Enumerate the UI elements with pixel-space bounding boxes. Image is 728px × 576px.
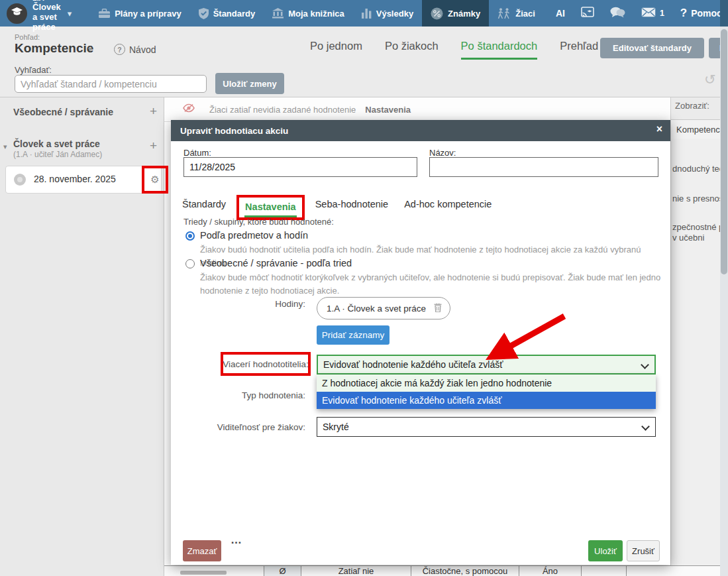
view-tabs: Po jednom Po žiakoch Po štandardoch Preh…: [310, 40, 598, 60]
radio-by-subjects[interactable]: [185, 231, 195, 241]
question-mark-icon: ?: [680, 7, 687, 20]
undo-icon[interactable]: ↺: [704, 72, 716, 87]
cancel-button[interactable]: Zrušiť: [627, 540, 660, 561]
app-logo[interactable]: [7, 3, 27, 24]
multi-evaluators-value: Evidovať hodnotenie každého učiteľa zvlá…: [323, 359, 503, 370]
sidebar: Všeobecné / správanie + ▾ Človek a svet …: [0, 97, 164, 576]
assessment-date-item[interactable]: 28. november. 2025 ⚙: [5, 166, 162, 194]
chat-icon: [610, 7, 625, 21]
chevron-down-icon: [641, 361, 649, 369]
shield-icon: [199, 8, 209, 19]
standard-fragment: v učebni: [672, 233, 704, 243]
visibility-select[interactable]: Skryté: [317, 417, 656, 437]
visibility-notice: Žiaci zatiaľ nevidia zadané hodnotenie N…: [164, 97, 670, 122]
multi-evaluators-label: Viacerí hodnototitelia:: [223, 359, 309, 369]
table-cell-average: Ø: [264, 566, 301, 576]
trash-icon[interactable]: [434, 303, 442, 314]
right-column: Zobraziť: Kompetencie dnoduchý techn nie…: [670, 97, 721, 576]
visibility-value: Skryté: [323, 422, 349, 432]
save-button[interactable]: Uložiť: [588, 540, 623, 561]
view-selector[interactable]: Kompetencie: [15, 41, 93, 56]
bar-chart-icon: [362, 9, 372, 19]
gear-icon[interactable]: ⚙: [150, 174, 159, 186]
nav-item-plany[interactable]: Plány a prípravy: [90, 0, 189, 27]
search-input[interactable]: [15, 75, 207, 93]
tab-prehlad[interactable]: Prehľad: [560, 40, 598, 60]
delete-button[interactable]: Zmazať: [183, 540, 221, 561]
save-changes-button[interactable]: Uložiť zmeny: [215, 73, 284, 94]
scrollbar-thumb[interactable]: [721, 29, 727, 274]
close-icon[interactable]: ×: [656, 123, 662, 135]
cast-button[interactable]: [573, 0, 602, 27]
modal-tab-nastavenia[interactable]: Nastavenia: [244, 199, 297, 217]
briefcase-icon: [99, 9, 110, 19]
radio-general-classes-label[interactable]: Všeobecné / správanie - podľa tried: [200, 258, 352, 268]
view-label: Pohľad:: [15, 33, 40, 41]
nav-label: Štandardy: [213, 9, 256, 19]
page-header: Pohľad: Kompetencie ▾ ? Návod Po jednom …: [0, 27, 728, 97]
nav-item-standardy[interactable]: Štandardy: [190, 0, 264, 27]
topbar-right: AI 1 ? Pomoc: [548, 0, 728, 27]
annotation-box-multi-evaluators: Viacerí hodnototitelia:: [221, 352, 311, 376]
multi-evaluators-select[interactable]: Evidovať hodnotenie každého učiteľa zvlá…: [317, 355, 656, 374]
assessment-date-label: 28. november. 2025: [34, 174, 116, 184]
page: 1.A Človek a svet práce ▾ Plány a prípra…: [0, 0, 728, 576]
chevron-down-icon[interactable]: ▾: [3, 143, 7, 151]
mail-icon: [641, 7, 656, 19]
chevron-down-icon[interactable]: ▾: [88, 44, 92, 54]
radio-general-classes[interactable]: [185, 259, 195, 268]
nav-item-znamky[interactable]: Známky: [422, 0, 489, 27]
nav-item-vysledky[interactable]: Výsledky: [353, 0, 422, 27]
date-label: Dátum:: [183, 148, 211, 158]
radio-general-classes-desc: Žiakov bude môcť hodnotiť ktorýkoľvek z …: [200, 271, 665, 298]
sidebar-section-vseobecne[interactable]: Všeobecné / správanie: [13, 107, 113, 117]
nav-label: Moja knižnica: [288, 9, 344, 19]
help-circle-icon: ?: [114, 44, 125, 55]
class-subject-selector[interactable]: 1.A Človek a svet práce ▾: [32, 0, 72, 32]
table-cell-zatial-nie: Zatiaľ nie: [301, 566, 411, 576]
guide-link[interactable]: ? Návod: [114, 44, 156, 55]
modal-footer: Zmazať … Uložiť Zrušiť: [171, 532, 670, 565]
notice-text: Žiaci zatiaľ nevidia zadané hodnotenie: [209, 105, 356, 115]
date-input[interactable]: [183, 157, 417, 177]
multi-evaluators-dropdown: Z hodnotiacej akcie má každý žiak len je…: [317, 374, 656, 409]
mail-button[interactable]: 1: [633, 0, 672, 27]
eye-slash-icon: [183, 103, 195, 115]
clipped-text: [180, 571, 227, 575]
dropdown-option-per-teacher[interactable]: Evidovať hodnotenie každého učiteľa zvlá…: [317, 392, 656, 409]
sidebar-section-sub: (1.A · učiteľ Ján Adamec): [13, 150, 102, 159]
right-tab-kompetencie[interactable]: Kompetencie: [671, 119, 726, 139]
more-options-button[interactable]: …: [231, 534, 242, 547]
sidebar-section-clovek[interactable]: Človek a svet práce: [13, 139, 100, 149]
topbar-scroll-cap: [720, 0, 728, 27]
modal-tab-adhoc[interactable]: Ad-hoc kompetencie: [404, 195, 492, 213]
add-section-button[interactable]: +: [150, 104, 157, 119]
hours-label: Hodiny:: [183, 299, 305, 309]
name-label: Názov:: [429, 148, 456, 158]
tab-po-standardoch[interactable]: Po štandardoch: [461, 40, 538, 60]
modal-tab-seba[interactable]: Seba-hodnotenie: [315, 195, 388, 213]
add-records-button[interactable]: Pridať záznamy: [317, 325, 390, 345]
add-item-button[interactable]: +: [150, 139, 157, 153]
chat-button[interactable]: [602, 0, 633, 27]
edit-standards-button[interactable]: Editovať štandardy: [600, 38, 704, 58]
tab-po-jednom[interactable]: Po jednom: [310, 40, 362, 60]
dropdown-option-single[interactable]: Z hodnotiacej akcie má každý žiak len je…: [317, 374, 656, 392]
modal-header: Upraviť hodnotiacu akciu ×: [171, 120, 670, 141]
modal-tab-standardy[interactable]: Štandardy: [182, 195, 226, 213]
hours-tag[interactable]: 1.A · Človek a svet práce: [317, 297, 450, 319]
help-label: Pomoc: [691, 8, 722, 19]
cast-icon: [581, 7, 594, 20]
guide-label: Návod: [129, 44, 156, 55]
vertical-scrollbar[interactable]: [720, 27, 728, 576]
ai-button[interactable]: AI: [548, 0, 573, 27]
nav-label: Výsledky: [376, 9, 413, 19]
show-label: Zobraziť:: [675, 101, 709, 111]
name-input[interactable]: [429, 157, 658, 177]
radio-by-subjects-label[interactable]: Podľa predmetov a hodín: [200, 230, 308, 241]
tab-po-ziakoch[interactable]: Po žiakoch: [385, 40, 439, 60]
rating-scale-header-row: Ø Zatiaľ nie Čiastočne, s pomocou Áno: [164, 565, 720, 576]
nav-item-kniznica[interactable]: Moja knižnica: [264, 0, 353, 27]
topbar: 1.A Človek a svet práce ▾ Plány a prípra…: [0, 0, 728, 27]
nav-item-ziaci[interactable]: Žiaci: [489, 0, 544, 27]
